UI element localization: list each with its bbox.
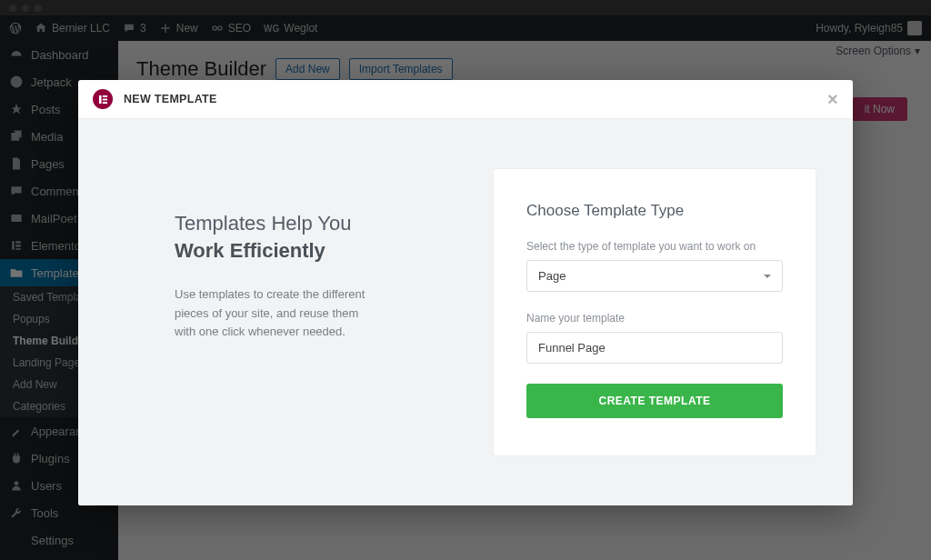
select-value: Page <box>538 269 566 283</box>
modal-close-button[interactable]: × <box>827 90 838 108</box>
svg-rect-11 <box>98 95 101 103</box>
create-template-button[interactable]: CREATE TEMPLATE <box>526 384 783 418</box>
template-type-select[interactable]: Page <box>526 260 783 292</box>
name-label: Name your template <box>526 312 783 325</box>
type-label: Select the type of template you want to … <box>526 240 783 253</box>
chevron-down-icon <box>764 275 771 282</box>
elementor-logo-icon <box>93 89 113 109</box>
modal-form: Choose Template Type Select the type of … <box>493 168 816 456</box>
modal-heading: Templates Help You Work Efficiently <box>175 210 460 264</box>
modal-description: Use templates to create the different pi… <box>175 285 375 340</box>
modal-title: NEW TEMPLATE <box>124 93 217 105</box>
new-template-modal: NEW TEMPLATE × Templates Help You Work E… <box>78 80 853 505</box>
template-name-input[interactable] <box>526 332 783 364</box>
svg-rect-13 <box>102 98 106 100</box>
svg-rect-14 <box>102 102 106 104</box>
modal-overlay[interactable]: NEW TEMPLATE × Templates Help You Work E… <box>0 0 931 560</box>
modal-info-panel: Templates Help You Work Efficiently Use … <box>78 119 493 505</box>
modal-header: NEW TEMPLATE × <box>78 80 853 119</box>
form-title: Choose Template Type <box>526 202 783 220</box>
svg-rect-12 <box>102 95 106 96</box>
